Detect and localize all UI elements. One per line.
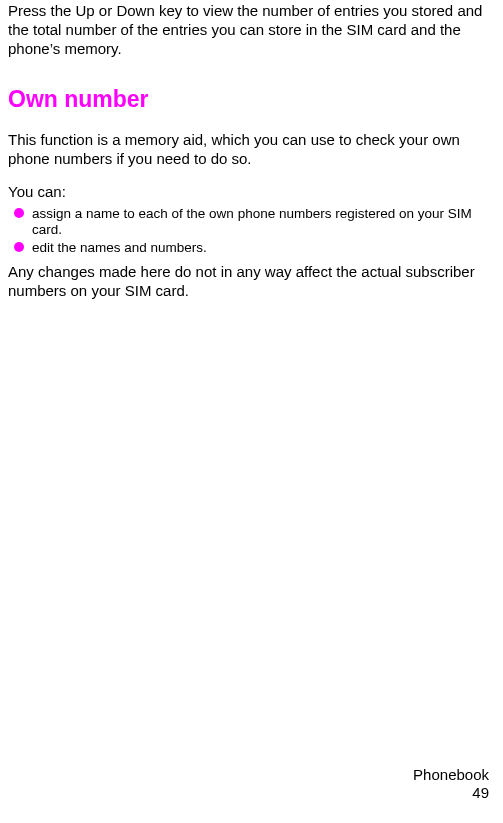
- list-item-text: edit the names and numbers.: [32, 240, 207, 255]
- bullet-icon: [14, 242, 24, 252]
- you-can-label: You can:: [8, 183, 495, 202]
- list-item: edit the names and numbers.: [8, 240, 495, 257]
- page-footer: Phonebook 49: [413, 766, 489, 804]
- bullet-icon: [14, 208, 24, 218]
- intro-paragraph: Press the Up or Down key to view the num…: [8, 2, 495, 58]
- manual-page: Press the Up or Down key to view the num…: [0, 0, 503, 823]
- heading-description: This function is a memory aid, which you…: [8, 131, 495, 169]
- footer-section-name: Phonebook: [413, 766, 489, 785]
- closing-paragraph: Any changes made here do not in any way …: [8, 263, 495, 301]
- section-heading-own-number: Own number: [8, 86, 495, 113]
- list-item-text: assign a name to each of the own phone n…: [32, 206, 472, 238]
- feature-list: assign a name to each of the own phone n…: [8, 206, 495, 258]
- list-item: assign a name to each of the own phone n…: [8, 206, 495, 240]
- footer-page-number: 49: [413, 784, 489, 803]
